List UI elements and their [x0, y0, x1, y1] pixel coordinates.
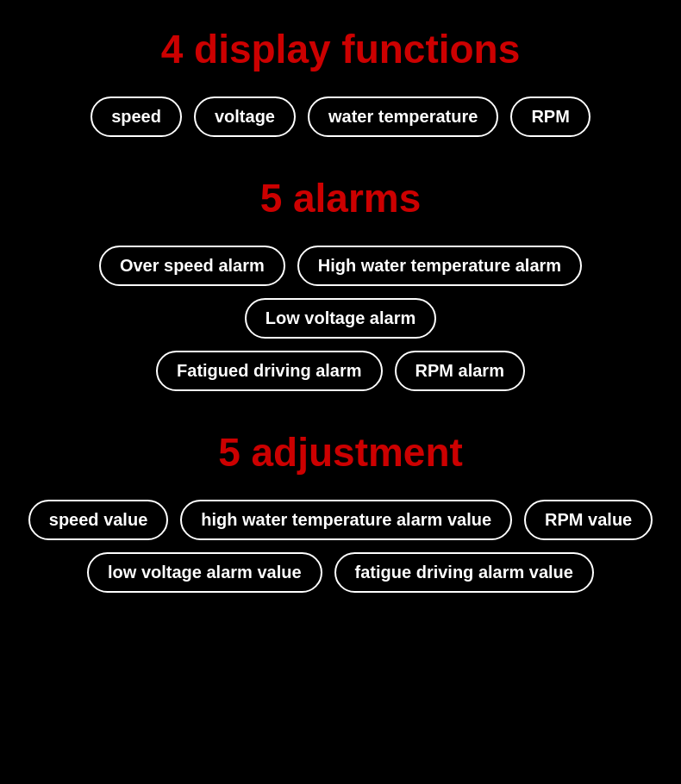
adjustment-row2: low voltage alarm valuefatigue driving a… [87, 552, 594, 593]
tag-item: high water temperature alarm value [180, 500, 512, 540]
adjustment-row1: speed valuehigh water temperature alarm … [28, 500, 653, 540]
alarms-row1: Over speed alarmHigh water temperature a… [17, 246, 664, 339]
tag-item: voltage [194, 96, 296, 137]
tag-item: RPM value [524, 500, 653, 540]
tag-item: High water temperature alarm [297, 246, 582, 286]
alarms-row2: Fatigued driving alarmRPM alarm [156, 351, 525, 391]
tag-item: Fatigued driving alarm [156, 351, 382, 391]
tag-item: water temperature [308, 96, 498, 137]
tag-item: Over speed alarm [99, 246, 285, 286]
tag-item: RPM alarm [395, 351, 525, 391]
display-functions-title: 4 display functions [161, 26, 521, 72]
tag-item: speed value [28, 500, 169, 540]
display-functions-tags: speedvoltagewater temperatureRPM [91, 96, 590, 137]
adjustment-title: 5 adjustment [218, 429, 463, 476]
tag-item: RPM [510, 96, 590, 137]
alarms-title: 5 alarms [260, 175, 422, 221]
tag-item: Low voltage alarm [245, 298, 437, 339]
adjustment-section: 5 adjustment speed valuehigh water tempe… [17, 429, 664, 605]
tag-item: speed [91, 96, 182, 137]
tag-item: low voltage alarm value [87, 552, 322, 593]
display-functions-section: 4 display functions speedvoltagewater te… [17, 26, 664, 149]
alarms-section: 5 alarms Over speed alarmHigh water temp… [17, 175, 664, 403]
tag-item: fatigue driving alarm value [334, 552, 594, 593]
